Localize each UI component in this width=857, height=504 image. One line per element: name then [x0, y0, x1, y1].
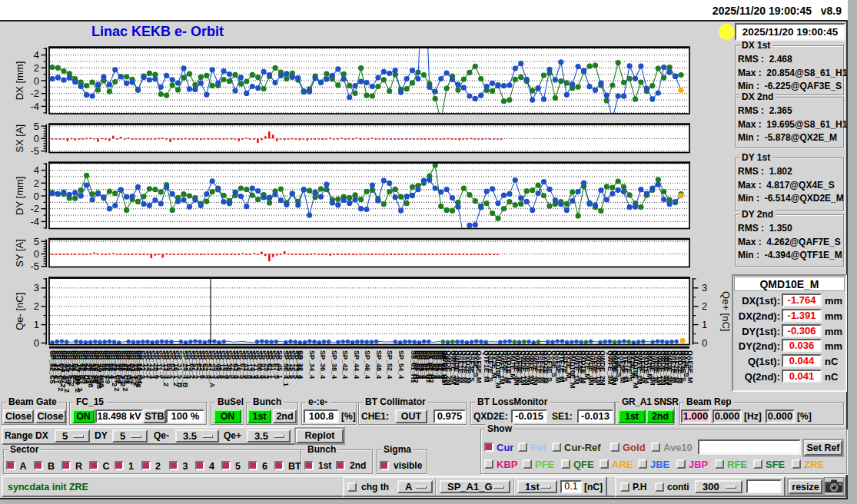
svg-text:SP_54_4: SP_54_4 — [397, 350, 405, 379]
svg-text:-4: -4 — [30, 101, 39, 112]
svg-text:1: 1 — [702, 319, 707, 330]
svg-text:DY [mm]: DY [mm] — [14, 177, 25, 215]
svg-text:SP_32_4: SP_32_4 — [297, 350, 304, 379]
svg-text:0: 0 — [34, 248, 39, 260]
svg-text:0: 0 — [702, 337, 707, 349]
svg-text:-5: -5 — [30, 145, 39, 157]
svg-text:0: 0 — [34, 337, 39, 349]
svg-text:QAF5E_M: QAF5E_M — [475, 350, 483, 383]
svg-text:SY [A]: SY [A] — [14, 239, 25, 267]
svg-text:DX [mm]: DX [mm] — [14, 61, 25, 101]
svg-text:3: 3 — [34, 282, 39, 293]
svg-text:5: 5 — [34, 236, 39, 247]
svg-text:-2: -2 — [30, 203, 39, 214]
svg-text:SP_34_4: SP_34_4 — [308, 350, 316, 379]
svg-text:1: 1 — [34, 319, 39, 330]
svg-text:2: 2 — [702, 300, 707, 312]
svg-text:SP_48_4: SP_48_4 — [375, 350, 383, 379]
svg-text:-2: -2 — [30, 88, 39, 99]
svg-text:2: 2 — [34, 62, 39, 74]
svg-text:2: 2 — [34, 300, 39, 312]
svg-text:SP_46_4: SP_46_4 — [364, 350, 371, 379]
svg-text:-4: -4 — [30, 216, 39, 227]
svg-text:4: 4 — [34, 164, 39, 176]
svg-text:QWDE_2M: QWDE_2M — [599, 350, 606, 386]
svg-text:0: 0 — [34, 191, 39, 202]
svg-text:SX [A]: SX [A] — [14, 124, 25, 153]
svg-text:0: 0 — [34, 133, 39, 144]
svg-text:-5: -5 — [30, 260, 39, 272]
svg-text:SP_36_4: SP_36_4 — [319, 350, 327, 379]
svg-text:Qe+ [nC]: Qe+ [nC] — [720, 291, 730, 331]
svg-text:SP_44_4: SP_44_4 — [353, 350, 360, 379]
svg-text:SP_42_4: SP_42_4 — [341, 350, 349, 379]
svg-text:QAF5E_M: QAF5E_M — [686, 350, 694, 383]
svg-text:Qe- [nC]: Qe- [nC] — [14, 293, 25, 330]
svg-text:SP_52_4: SP_52_4 — [386, 350, 394, 379]
svg-text:2: 2 — [34, 177, 39, 189]
svg-text:4: 4 — [34, 49, 39, 61]
svg-text:0: 0 — [34, 75, 39, 87]
svg-text:3: 3 — [702, 282, 707, 293]
svg-text:SP_38_4: SP_38_4 — [331, 350, 338, 379]
svg-text:5: 5 — [34, 121, 39, 132]
